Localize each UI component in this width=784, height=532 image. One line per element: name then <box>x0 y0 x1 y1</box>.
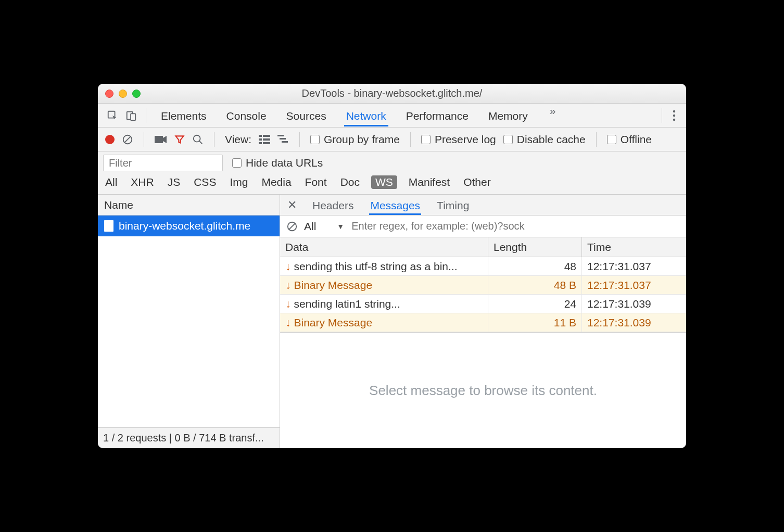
message-length: 48 B <box>488 276 582 294</box>
name-column-header[interactable]: Name <box>98 195 280 216</box>
filter-manifest[interactable]: Manifest <box>407 175 452 189</box>
message-time: 12:17:31.037 <box>582 257 686 275</box>
offline-checkbox[interactable]: Offline <box>607 133 652 146</box>
filter-row: Hide data URLs <box>98 151 686 171</box>
separator <box>299 132 300 147</box>
col-data[interactable]: Data <box>280 237 488 257</box>
message-length: 48 <box>488 257 582 275</box>
tab-sources[interactable]: Sources <box>284 105 328 126</box>
svg-line-21 <box>289 223 296 230</box>
svg-rect-8 <box>155 136 163 143</box>
filter-other[interactable]: Other <box>461 175 493 189</box>
tab-performance[interactable]: Performance <box>404 105 471 126</box>
direction-filter-dropdown[interactable]: All ▼ <box>304 220 344 233</box>
large-rows-icon[interactable] <box>259 135 270 144</box>
disable-cache-label: Disable cache <box>517 133 586 146</box>
message-row[interactable]: ↓Binary Message 48 B 12:17:31.037 <box>280 276 686 295</box>
svg-rect-12 <box>263 135 270 137</box>
separator <box>596 132 597 147</box>
filter-media[interactable]: Media <box>259 175 293 189</box>
filter-ws[interactable]: WS <box>371 175 397 189</box>
filter-input[interactable] <box>103 155 223 171</box>
more-tabs-icon[interactable]: » <box>550 105 556 126</box>
file-icon <box>104 220 113 232</box>
svg-rect-18 <box>280 138 286 140</box>
clear-icon[interactable] <box>122 134 133 145</box>
detail-tabs: ✕ Headers Messages Timing <box>280 195 686 216</box>
group-by-frame-checkbox[interactable]: Group by frame <box>310 133 400 146</box>
message-row[interactable]: ↓Binary Message 11 B 12:17:31.039 <box>280 313 686 332</box>
zoom-window-button[interactable] <box>132 90 141 98</box>
waterfall-icon[interactable] <box>277 135 289 144</box>
tab-headers[interactable]: Headers <box>311 195 355 215</box>
separator <box>410 132 411 147</box>
svg-point-5 <box>673 118 675 120</box>
hide-data-urls-checkbox[interactable]: Hide data URLs <box>232 157 323 169</box>
disable-cache-checkbox[interactable]: Disable cache <box>503 133 586 146</box>
filter-img[interactable]: Img <box>227 175 250 189</box>
svg-rect-11 <box>259 135 262 137</box>
request-row[interactable]: binary-websocket.glitch.me <box>98 216 280 236</box>
svg-line-7 <box>124 136 131 143</box>
tab-messages[interactable]: Messages <box>369 195 421 215</box>
message-time: 12:17:31.039 <box>582 295 686 313</box>
filter-funnel-icon[interactable] <box>174 134 185 145</box>
message-row[interactable]: ↓sending this utf-8 string as a bin... 4… <box>280 257 686 276</box>
main-tabs-row: Elements Console Sources Network Perform… <box>98 104 686 128</box>
filter-js[interactable]: JS <box>166 175 183 189</box>
checkbox-icon <box>607 135 616 144</box>
col-time[interactable]: Time <box>582 237 686 257</box>
arrow-down-icon: ↓ <box>285 279 291 292</box>
svg-point-3 <box>673 110 675 112</box>
request-name: binary-websocket.glitch.me <box>119 220 250 232</box>
close-icon[interactable]: ✕ <box>287 198 297 212</box>
preserve-log-label: Preserve log <box>435 133 496 146</box>
kebab-menu-icon[interactable] <box>669 110 679 121</box>
separator <box>214 132 214 147</box>
separator <box>144 132 144 147</box>
message-time: 12:17:31.037 <box>582 276 686 294</box>
col-length[interactable]: Length <box>488 237 582 257</box>
clear-messages-icon[interactable] <box>286 221 298 232</box>
message-placeholder: Select message to browse its content. <box>280 333 686 448</box>
offline-label: Offline <box>621 133 652 146</box>
close-window-button[interactable] <box>105 90 113 98</box>
message-row[interactable]: ↓sending latin1 string... 24 12:17:31.03… <box>280 295 686 313</box>
tab-elements[interactable]: Elements <box>159 105 209 126</box>
tab-network[interactable]: Network <box>344 105 388 126</box>
search-icon[interactable] <box>192 134 204 145</box>
tab-memory[interactable]: Memory <box>486 105 530 126</box>
svg-rect-15 <box>259 142 262 144</box>
type-filters: All XHR JS CSS Img Media Font Doc WS Man… <box>98 171 686 195</box>
regex-input[interactable] <box>350 220 680 233</box>
arrow-down-icon: ↓ <box>285 316 291 329</box>
record-button[interactable] <box>105 135 115 144</box>
arrow-down-icon: ↓ <box>285 298 291 310</box>
filter-doc[interactable]: Doc <box>338 175 362 189</box>
checkbox-icon <box>310 135 320 144</box>
filter-font[interactable]: Font <box>303 175 329 189</box>
message-data: sending latin1 string... <box>294 298 400 310</box>
preserve-log-checkbox[interactable]: Preserve log <box>421 133 496 146</box>
window-title: DevTools - binary-websocket.glitch.me/ <box>98 87 686 99</box>
filter-xhr[interactable]: XHR <box>129 175 156 189</box>
body-split: Name binary-websocket.glitch.me 1 / 2 re… <box>98 195 686 448</box>
message-time: 12:17:31.039 <box>582 313 686 332</box>
network-toolbar: View: Group by frame Preserve log Disabl… <box>98 128 686 151</box>
titlebar: DevTools - binary-websocket.glitch.me/ <box>98 84 686 104</box>
svg-rect-13 <box>259 138 262 141</box>
filter-css[interactable]: CSS <box>192 175 218 189</box>
message-data: Binary Message <box>294 279 373 292</box>
tab-timing[interactable]: Timing <box>436 195 470 215</box>
message-length: 24 <box>488 295 582 313</box>
tab-console[interactable]: Console <box>224 105 269 126</box>
message-data: sending this utf-8 string as a bin... <box>294 260 458 273</box>
checkbox-icon <box>421 135 431 144</box>
device-toggle-icon[interactable] <box>124 108 138 123</box>
messages-rows: ↓sending this utf-8 string as a bin... 4… <box>280 257 686 333</box>
minimize-window-button[interactable] <box>119 90 127 98</box>
inspect-icon[interactable] <box>105 108 120 123</box>
filter-all[interactable]: All <box>103 175 119 189</box>
camera-icon[interactable] <box>155 135 167 144</box>
main-tabs: Elements Console Sources Network Perform… <box>159 105 654 126</box>
